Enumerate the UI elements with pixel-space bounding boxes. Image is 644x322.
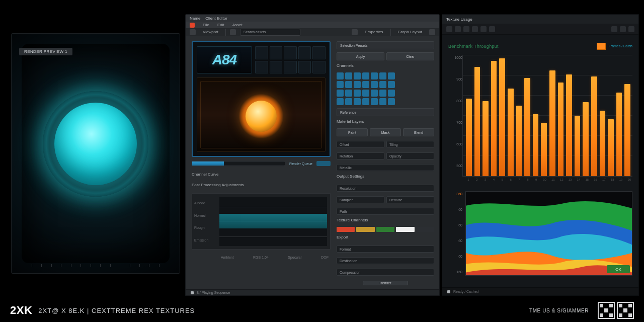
swatch-4[interactable] [396,227,414,232]
analytics-toolbar [442,24,638,35]
field-opacity[interactable]: Opacity [386,152,434,159]
ana-icon-grid[interactable] [620,26,626,32]
bar[interactable] [533,114,539,176]
area-ok-button[interactable]: OK [607,265,630,273]
bar[interactable] [482,101,489,176]
ana-status-dot-icon [447,290,450,293]
toolbar-graph[interactable]: Graph Layout [395,30,425,34]
menu-asset[interactable]: Asset [229,23,246,27]
search-input[interactable]: Search assets [240,29,300,36]
reference-button[interactable]: Reference [337,108,434,116]
bar[interactable] [591,76,597,176]
clear-button[interactable]: Clear [386,52,434,60]
field-metallic[interactable]: Metallic [337,164,434,171]
tool-icon-1[interactable] [190,29,196,35]
ana-icon-1[interactable] [446,26,452,32]
footer-right-text: TME US & S/GIAMMER [529,308,589,313]
bar[interactable] [466,99,472,176]
paint-button[interactable]: Paint [337,128,368,136]
exp-dest[interactable]: Destination [337,257,434,264]
bar[interactable] [583,102,589,176]
channel-grid[interactable] [337,72,434,105]
ana-icon-2[interactable] [455,26,461,32]
ana-icon-4[interactable] [472,26,478,32]
chart-legend: Frames / Batch [597,43,632,50]
swatch-1[interactable] [337,227,355,232]
area-chart: OK [465,191,632,276]
tool-icon-4[interactable] [429,29,435,35]
blend-button[interactable]: Blend [403,128,434,136]
bar[interactable] [575,116,581,177]
thumb-slots [255,46,326,73]
ana-icon-5[interactable] [480,26,487,32]
bar[interactable] [499,58,505,176]
ana-icon-export[interactable] [628,26,634,32]
render-progress[interactable] [192,161,285,166]
status-dot-icon [191,291,194,294]
record-icon[interactable] [190,23,195,28]
window-statusbar: 8 / Playing Sequence [186,289,439,295]
mini-chart: Albedo Normal Rough Emission [192,193,331,250]
progress-end-chip[interactable] [316,161,331,166]
qr-icon-2 [617,302,634,319]
ana-icon-6[interactable] [489,26,495,32]
mini-x-1: RGB 1.04 [253,256,269,259]
status-text: 8 / Playing Sequence [197,291,230,294]
swatch-2[interactable] [356,227,374,232]
bar[interactable] [474,67,480,176]
asset-thumbnail[interactable]: A84 [192,41,331,157]
bar[interactable] [491,61,497,176]
section-channel-curve: Channel Curve [192,172,331,177]
legend-label: Frames / Batch [609,44,632,48]
exp-comp[interactable]: Compression [337,269,434,276]
toolbar-properties[interactable]: Properties [362,30,386,34]
mini-y-3: Emission [194,238,217,242]
bar[interactable] [616,93,622,176]
preview-orb-card [11,33,180,274]
bar[interactable] [516,106,522,176]
window-menubar: File Edit Asset [186,22,439,28]
legend-swatch [597,43,606,50]
out-sampler[interactable]: Sampler [337,196,384,203]
window-title-b: Client Editor [205,16,227,21]
out-resolution[interactable]: Resolution [337,185,434,192]
bar[interactable] [549,70,555,176]
exp-format[interactable]: Format [337,246,434,253]
bar[interactable] [608,119,614,176]
out-denoise[interactable]: Denoise [386,196,434,203]
tool-icon-2[interactable] [230,29,236,35]
window-titlebar[interactable]: Name Client Editor [186,15,439,22]
field-offset[interactable]: Offset [337,141,384,148]
ana-icon-settings[interactable] [611,26,617,32]
orb-core [54,103,137,185]
tool-icon-3[interactable] [352,29,358,35]
analytics-title[interactable]: Texture Usage [442,15,638,24]
bar[interactable] [541,123,547,176]
mask-button[interactable]: Mask [370,128,401,136]
section-postproc: Post Processing Adjustments [192,183,331,187]
bar[interactable] [600,111,606,176]
apply-button[interactable]: Apply [337,52,384,60]
panel-channels: Channels [337,63,434,68]
bar[interactable] [508,89,514,176]
swatch-row[interactable] [337,227,434,232]
field-tiling[interactable]: Tiling [386,141,434,148]
bar[interactable] [566,74,572,176]
panel-selection-presets[interactable]: Selection Presets [337,41,434,49]
field-rotation[interactable]: Rotation [337,152,384,159]
mini-y-0: Albedo [194,201,217,205]
swatch-3[interactable] [376,227,394,232]
bar[interactable] [624,84,630,176]
out-path[interactable]: Path [337,208,434,215]
bar[interactable] [558,83,564,176]
analytics-window: Texture Usage Benchmark Throughput Frame… [442,14,639,296]
swatch-5[interactable] [416,227,434,232]
toolbar-viewport[interactable]: Viewport [200,30,221,34]
render-button[interactable]: Render [363,281,408,285]
chart-title: Benchmark Throughput [448,44,499,49]
menu-edit[interactable]: Edit [214,23,227,27]
progress-label: Render Queue [289,162,312,166]
ana-icon-3[interactable] [463,26,469,32]
bar[interactable] [524,78,530,176]
menu-file[interactable]: File [200,23,212,27]
